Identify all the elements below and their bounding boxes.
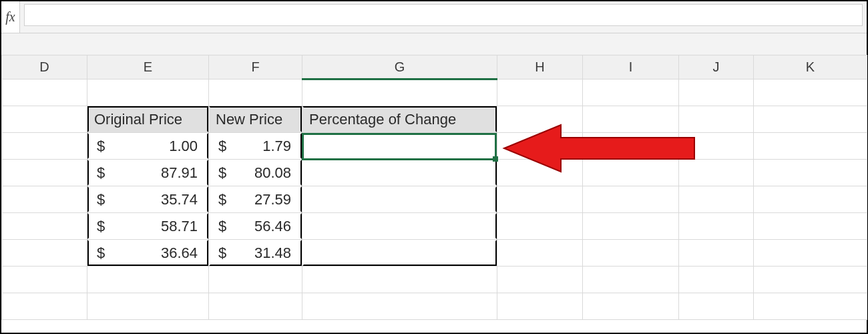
spreadsheet-area[interactable]: D E F G H I J K	[1, 55, 867, 320]
cell[interactable]	[679, 79, 754, 106]
grid-row	[2, 79, 867, 106]
cell[interactable]	[209, 267, 302, 293]
cell[interactable]	[754, 240, 867, 267]
cell[interactable]	[754, 213, 867, 240]
amount: 35.74	[161, 191, 202, 208]
cell-original[interactable]: $87.91	[87, 160, 209, 186]
cell[interactable]	[754, 160, 867, 186]
grid[interactable]: D E F G H I J K	[1, 55, 867, 320]
cell[interactable]	[754, 133, 867, 160]
col-header-J[interactable]: J	[679, 55, 754, 79]
cell[interactable]	[87, 267, 209, 293]
cell[interactable]	[497, 186, 583, 213]
cell-header-original[interactable]: Original Price	[87, 106, 209, 133]
cell[interactable]	[2, 133, 87, 160]
grid-row: Original Price New Price Percentage of C…	[2, 106, 867, 133]
cell-pct[interactable]	[302, 240, 497, 267]
cell-pct[interactable]	[302, 186, 497, 213]
cell[interactable]	[583, 213, 679, 240]
cell[interactable]	[2, 106, 87, 133]
cell[interactable]	[583, 267, 679, 293]
cell[interactable]	[583, 240, 679, 267]
cell[interactable]	[679, 267, 754, 293]
grid-row: $36.64 $31.48	[2, 240, 867, 267]
formula-input[interactable]	[24, 4, 863, 26]
cell[interactable]	[754, 267, 867, 293]
cell[interactable]	[679, 186, 754, 213]
cell-pct[interactable]	[302, 160, 497, 186]
col-header-H[interactable]: H	[497, 55, 583, 79]
amount: 27.59	[254, 191, 295, 208]
cell[interactable]	[2, 160, 87, 186]
col-header-D[interactable]: D	[2, 55, 87, 79]
cell[interactable]	[302, 267, 497, 293]
cell-header-new[interactable]: New Price	[209, 106, 302, 133]
cell[interactable]	[497, 106, 583, 133]
col-header-G[interactable]: G	[302, 55, 497, 79]
cell[interactable]	[302, 79, 497, 106]
currency-symbol: $	[216, 191, 226, 208]
cell[interactable]	[2, 293, 87, 320]
cell[interactable]	[583, 79, 679, 106]
cell[interactable]	[497, 240, 583, 267]
currency-symbol: $	[216, 218, 226, 235]
cell[interactable]	[583, 133, 679, 160]
cell-pct[interactable]	[302, 213, 497, 240]
cell[interactable]	[754, 293, 867, 320]
cell[interactable]	[679, 213, 754, 240]
cell[interactable]	[583, 106, 679, 133]
cell-original[interactable]: $58.71	[87, 213, 209, 240]
cell[interactable]	[209, 79, 302, 106]
cell-new[interactable]: $56.46	[209, 213, 302, 240]
cell[interactable]	[754, 186, 867, 213]
cell[interactable]	[2, 267, 87, 293]
currency-symbol: $	[94, 244, 105, 262]
cell[interactable]	[209, 293, 302, 320]
amount: 31.48	[254, 244, 295, 262]
col-header-I[interactable]: I	[583, 55, 679, 79]
col-header-F[interactable]: F	[209, 55, 302, 79]
cell[interactable]	[583, 293, 679, 320]
cell[interactable]	[497, 267, 583, 293]
cell[interactable]	[87, 293, 209, 320]
cell[interactable]	[87, 79, 209, 106]
cell-new[interactable]: $27.59	[209, 186, 302, 213]
cell-new[interactable]: $80.08	[209, 160, 302, 186]
fx-icon: fx	[1, 1, 20, 33]
cell[interactable]	[2, 79, 87, 106]
cell[interactable]	[583, 186, 679, 213]
cell[interactable]	[754, 106, 867, 133]
cell-pct[interactable]	[302, 133, 497, 160]
amount: 1.79	[262, 138, 295, 155]
col-header-K[interactable]: K	[754, 55, 867, 79]
cell[interactable]	[679, 106, 754, 133]
cell[interactable]	[2, 240, 87, 267]
cell[interactable]	[679, 293, 754, 320]
app-frame: fx D E F G H I J K	[0, 0, 868, 334]
cell[interactable]	[679, 160, 754, 186]
currency-symbol: $	[94, 138, 105, 155]
grid-row: $58.71 $56.46	[2, 213, 867, 240]
cell-new[interactable]: $31.48	[209, 240, 302, 267]
cell-new[interactable]: $1.79	[209, 133, 302, 160]
cell[interactable]	[583, 160, 679, 186]
cell[interactable]	[497, 213, 583, 240]
grid-row: $87.91 $80.08	[2, 160, 867, 186]
currency-symbol: $	[216, 244, 226, 262]
cell[interactable]	[2, 186, 87, 213]
cell-original[interactable]: $36.64	[87, 240, 209, 267]
cell[interactable]	[497, 79, 583, 106]
cell[interactable]	[302, 293, 497, 320]
col-header-E[interactable]: E	[87, 55, 209, 79]
cell[interactable]	[754, 79, 867, 106]
header-label: Original Price	[94, 111, 182, 128]
cell-header-pct[interactable]: Percentage of Change	[302, 106, 497, 133]
cell-original[interactable]: $35.74	[87, 186, 209, 213]
cell[interactable]	[497, 133, 583, 160]
cell[interactable]	[2, 213, 87, 240]
cell[interactable]	[679, 133, 754, 160]
cell[interactable]	[497, 160, 583, 186]
cell[interactable]	[497, 293, 583, 320]
cell[interactable]	[679, 240, 754, 267]
cell-original[interactable]: $1.00	[87, 133, 209, 160]
